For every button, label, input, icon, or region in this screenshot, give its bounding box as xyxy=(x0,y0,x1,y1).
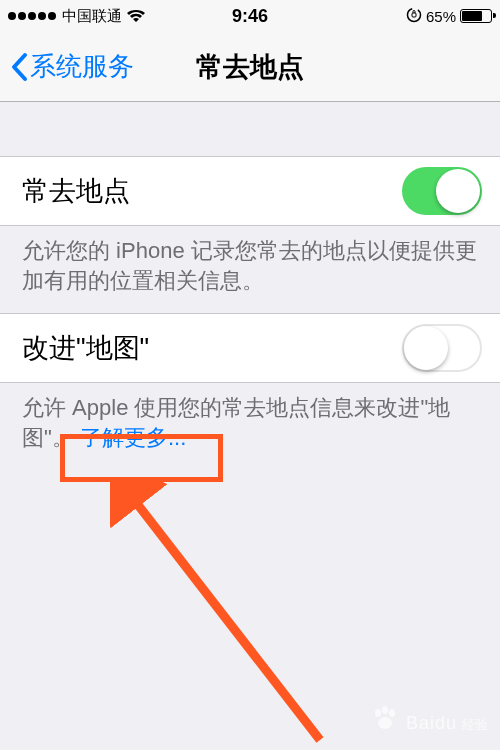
svg-point-7 xyxy=(378,717,392,729)
annotation-arrow-icon xyxy=(110,480,340,750)
status-right: 65% xyxy=(406,7,492,26)
back-button[interactable]: 系统服务 xyxy=(10,49,134,84)
battery-icon xyxy=(460,9,492,23)
watermark: Baidu 经验 xyxy=(370,705,488,742)
svg-point-5 xyxy=(382,706,388,714)
improve-maps-row[interactable]: 改进"地图" xyxy=(0,313,500,383)
carrier-label: 中国联通 xyxy=(62,7,122,26)
page-title: 常去地点 xyxy=(196,49,304,85)
battery-percent: 65% xyxy=(426,8,456,25)
status-bar: 中国联通 9:46 65% xyxy=(0,0,500,32)
improve-maps-toggle[interactable] xyxy=(402,324,482,372)
cell-label: 改进"地图" xyxy=(22,330,149,366)
rotation-lock-icon xyxy=(406,7,422,26)
switch-knob xyxy=(404,326,448,370)
svg-point-4 xyxy=(375,709,381,717)
back-label: 系统服务 xyxy=(30,49,134,84)
switch-knob xyxy=(436,169,480,213)
frequent-locations-footer: 允许您的 iPhone 记录您常去的地点以便提供更加有用的位置相关信息。 xyxy=(0,226,500,313)
learn-more-link[interactable]: 了解更多... xyxy=(80,425,186,450)
spacer xyxy=(0,102,500,156)
cell-label: 常去地点 xyxy=(22,173,130,209)
content-area: 常去地点 允许您的 iPhone 记录您常去的地点以便提供更加有用的位置相关信息… xyxy=(0,102,500,471)
status-left: 中国联通 xyxy=(8,7,146,26)
svg-rect-1 xyxy=(412,13,416,17)
svg-line-3 xyxy=(128,492,320,740)
nav-bar: 系统服务 常去地点 xyxy=(0,32,500,102)
improve-maps-footer: 允许 Apple 使用您的常去地点信息来改进"地图"。 了解更多... xyxy=(0,383,500,470)
wifi-icon xyxy=(126,9,146,23)
signal-strength-icon xyxy=(8,12,56,20)
status-time: 9:46 xyxy=(232,6,268,27)
svg-point-6 xyxy=(389,709,395,717)
watermark-brand: Baidu xyxy=(406,713,457,733)
watermark-sub: 经验 xyxy=(462,717,488,732)
chevron-left-icon xyxy=(10,52,28,82)
frequent-locations-toggle[interactable] xyxy=(402,167,482,215)
frequent-locations-row[interactable]: 常去地点 xyxy=(0,156,500,226)
paw-icon xyxy=(370,705,400,742)
